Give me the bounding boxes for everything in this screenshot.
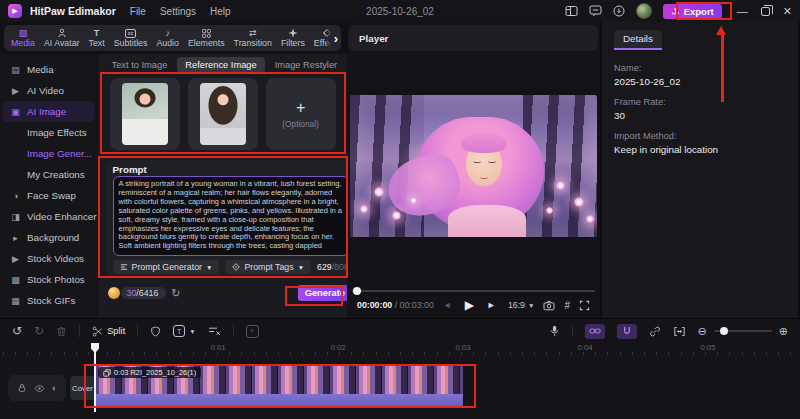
tab-image-restyler[interactable]: Image Restyler <box>267 57 346 73</box>
sidebar-item-video-enhancer[interactable]: ◨Video Enhancer <box>0 206 97 227</box>
sidebar-item-stock-videos[interactable]: ▶Stock Videos <box>0 248 97 269</box>
previous-frame-icon[interactable]: ◄ <box>443 300 452 310</box>
prompt-tags-dropdown[interactable]: Prompt Tags ▼ <box>225 260 311 274</box>
face-swap-icon: ◑ <box>10 191 21 201</box>
shield-icon[interactable] <box>150 326 161 337</box>
play-icon[interactable]: ▶ <box>465 298 474 312</box>
restore-icon[interactable] <box>761 7 770 16</box>
zoom-slider-handle[interactable] <box>720 327 728 335</box>
preview-art <box>556 181 565 190</box>
scissors-icon <box>92 326 103 337</box>
reference-image-2[interactable] <box>188 78 258 150</box>
tab-details[interactable]: Details <box>614 30 662 50</box>
eye-visibility-icon[interactable] <box>34 384 45 393</box>
sidebar-item-face-swap[interactable]: ◑Face Swap <box>0 185 97 206</box>
menu-help[interactable]: Help <box>210 6 231 17</box>
fullscreen-icon[interactable] <box>579 300 590 311</box>
scrubber-handle[interactable] <box>353 287 361 295</box>
video-preview[interactable] <box>350 95 597 237</box>
split-button[interactable]: Split <box>92 326 125 337</box>
sidebar-item-media[interactable]: ▤Media <box>0 59 97 80</box>
menu-file[interactable]: File <box>130 6 146 17</box>
sidebar-item-background[interactable]: ▸Background <box>0 227 97 248</box>
zoom-slider[interactable] <box>714 330 772 332</box>
image-sparkle-icon: ▣ <box>10 107 21 117</box>
magnet-snap-toggle-icon[interactable] <box>617 324 637 339</box>
grid-icon[interactable]: # <box>564 300 570 311</box>
link-icon[interactable] <box>649 326 661 337</box>
playhead-line[interactable] <box>94 344 96 412</box>
ai-avatar-icon <box>57 28 67 38</box>
reference-image-1[interactable] <box>110 78 180 150</box>
sidebar-item-image-effects[interactable]: Image Effects <box>0 122 97 143</box>
mute-icon[interactable]: ◐ <box>52 383 57 393</box>
plus-icon: + <box>296 100 305 116</box>
cover-button[interactable]: Cover <box>70 376 95 400</box>
preview-art <box>488 159 496 163</box>
link-clips-toggle-icon[interactable] <box>585 324 605 339</box>
text-tool-icon[interactable]: T▼ <box>173 325 195 337</box>
minimize-icon[interactable]: — <box>737 5 748 17</box>
timeline-zoom: ⊖ ⊕ <box>698 325 788 338</box>
close-icon[interactable]: ✕ <box>783 5 792 18</box>
chevron-down-icon: ▼ <box>206 264 212 271</box>
refresh-credits-icon[interactable]: ↻ <box>171 287 180 300</box>
tab-text[interactable]: T Text <box>86 28 108 48</box>
track-controls: ◐ <box>8 375 66 401</box>
tab-subtitles[interactable]: cc Subtitles <box>111 28 151 48</box>
undo-icon[interactable]: ↺ <box>12 324 22 338</box>
tab-ai-avatar[interactable]: AI Avatar <box>41 28 83 48</box>
tag-icon <box>232 263 240 271</box>
download-icon[interactable] <box>613 5 625 17</box>
sidebar-item-ai-video[interactable]: ▶AI Video <box>0 80 97 101</box>
ripple-edit-icon[interactable] <box>673 326 686 337</box>
aspect-ratio-dropdown[interactable]: 16:9▼ <box>508 300 535 310</box>
window-controls: — ✕ <box>737 5 792 18</box>
zoom-out-icon[interactable]: ⊖ <box>698 325 707 338</box>
tab-media[interactable]: ▧ Media <box>8 28 38 48</box>
credits-counter: 30/6416 <box>121 287 167 299</box>
tab-filters[interactable]: Filters <box>278 28 308 48</box>
close-gap-icon[interactable] <box>208 326 221 337</box>
sidebar-item-ai-image[interactable]: ▣AI Image <box>3 101 94 122</box>
tab-elements[interactable]: Elements <box>185 28 228 48</box>
add-reference-image-button[interactable]: + (Optional) <box>266 78 336 150</box>
tab-reference-image[interactable]: Reference Image <box>177 57 264 73</box>
sidebar-item-image-generator[interactable]: Image Gener... <box>0 143 97 164</box>
menubar: File Settings Help <box>130 6 231 17</box>
prompt-textarea[interactable]: A striking portrait of a young woman in … <box>113 176 349 256</box>
clip-audio-bar <box>95 394 463 408</box>
generate-button[interactable]: Generate <box>298 285 352 301</box>
feedback-icon[interactable] <box>589 5 602 17</box>
user-avatar[interactable] <box>636 3 652 19</box>
folder-icon: ▤ <box>10 65 21 75</box>
redo-icon[interactable]: ↻ <box>34 324 44 338</box>
list-icon <box>120 263 128 271</box>
prompt-generator-dropdown[interactable]: Prompt Generator ▼ <box>113 260 220 274</box>
sidebar-item-my-creations[interactable]: My Creations <box>0 164 97 185</box>
ribbon-more-chevron-icon[interactable]: › <box>325 25 341 51</box>
video-enhancer-icon: ◨ <box>10 212 21 222</box>
tab-text-to-image[interactable]: Text to Image <box>104 57 176 73</box>
sidebar-item-stock-gifs[interactable]: ▦Stock GIFs <box>0 290 97 311</box>
timeline-ruler[interactable]: 0:01 0:02 0:03 0:04 0:05 <box>0 343 800 355</box>
timeline-video-clip[interactable]: 0:03 R2I_2025_10_26(1) <box>95 365 463 408</box>
add-clip-icon[interactable]: + <box>246 325 259 338</box>
export-button[interactable]: Export <box>663 4 722 19</box>
sidebar-item-stock-photos[interactable]: ▩Stock Photos <box>0 269 97 290</box>
snapshot-icon[interactable] <box>543 300 555 311</box>
voiceover-mic-icon[interactable] <box>549 325 560 337</box>
menu-settings[interactable]: Settings <box>160 6 196 17</box>
lock-icon[interactable] <box>17 383 27 393</box>
delete-icon[interactable] <box>56 326 67 337</box>
stock-video-icon: ▶ <box>10 254 21 264</box>
layout-panels-icon[interactable] <box>565 5 578 17</box>
chevron-down-icon: ▼ <box>298 264 304 271</box>
tab-audio[interactable]: ♪ Audio <box>153 28 182 48</box>
ruler-tick: 0:03 <box>455 343 470 352</box>
next-frame-icon[interactable]: ► <box>487 300 496 310</box>
prompt-char-count: 629/800 <box>317 262 349 272</box>
tab-transition[interactable]: ⇄ Transition <box>231 28 275 48</box>
playback-scrubber[interactable] <box>352 290 595 292</box>
zoom-in-icon[interactable]: ⊕ <box>779 325 788 338</box>
